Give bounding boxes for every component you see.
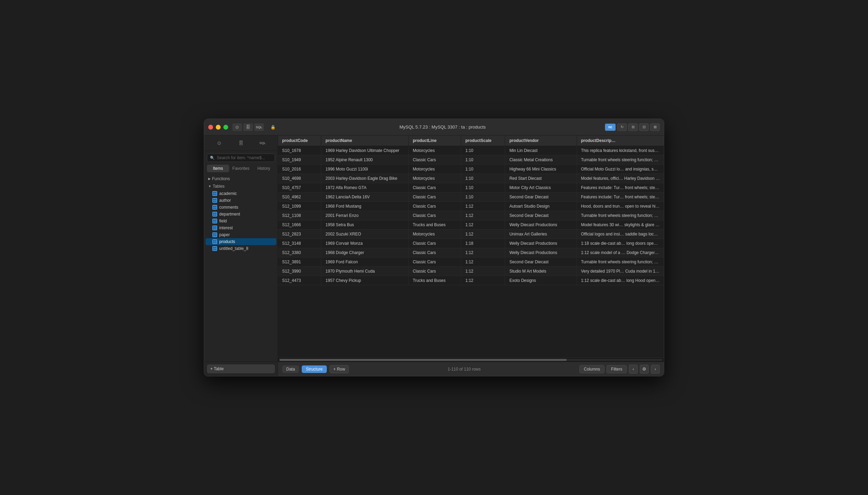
sidebar-item-comments[interactable]: comments bbox=[205, 204, 276, 211]
sidebar-item-label: department bbox=[219, 212, 240, 217]
table-icon bbox=[212, 212, 217, 217]
maximize-button[interactable] bbox=[223, 125, 228, 130]
sidebar-item-label: untitled_table_8 bbox=[219, 246, 248, 251]
sidebar-item-paper[interactable]: paper bbox=[205, 231, 276, 238]
table-row[interactable]: S10_16781969 Harley Davidson Ultimate Ch… bbox=[278, 146, 664, 155]
functions-group[interactable]: ▶ Functions bbox=[205, 175, 276, 183]
search-input[interactable] bbox=[217, 155, 272, 160]
minimize-button[interactable] bbox=[216, 125, 221, 130]
col-header-productVendor[interactable]: productVendor bbox=[505, 135, 577, 146]
table-row[interactable]: S12_44731957 Chevy PickupTrucks and Buse… bbox=[278, 276, 664, 285]
sidebar-item-products[interactable]: products bbox=[205, 238, 276, 245]
functions-label: Functions bbox=[212, 176, 230, 181]
connection-icon[interactable]: ⊙ bbox=[232, 123, 242, 131]
scrollbar-thumb bbox=[279, 359, 567, 361]
layout2-button[interactable]: ⊟ bbox=[639, 123, 649, 131]
bottom-actions: Columns Filters ‹ ⚙ › bbox=[579, 365, 660, 374]
tables-group[interactable]: ▼ Tables bbox=[205, 183, 276, 190]
table-row[interactable]: S12_28232002 Suzuki XREOMotorcycles1:12U… bbox=[278, 230, 664, 239]
sidebar-database-icon[interactable]: 🗄 bbox=[236, 138, 246, 148]
window-title: MySQL 5.7.23 : MySQL 3307 : ta : product… bbox=[280, 124, 605, 130]
table-row[interactable]: S10_47571972 Alfa Romeo GTAClassic Cars1… bbox=[278, 183, 664, 192]
cell-productName: 1957 Chevy Pickup bbox=[321, 276, 409, 285]
sidebar-item-untitled_table_8[interactable]: untitled_table_8 bbox=[205, 245, 276, 252]
search-icon: 🔍 bbox=[210, 156, 215, 160]
tab-data[interactable]: Data bbox=[282, 365, 299, 373]
filters-button[interactable]: Filters bbox=[607, 365, 627, 373]
tab-structure[interactable]: Structure bbox=[302, 365, 327, 373]
cell-productName: 2003 Harley-Davidson Eagle Drag Bike bbox=[321, 174, 409, 183]
cell-productScale: 1:10 bbox=[461, 174, 505, 183]
sidebar-item-label: interest bbox=[219, 226, 233, 230]
settings-button[interactable]: ⚙ bbox=[640, 365, 649, 374]
horizontal-scrollbar[interactable] bbox=[278, 358, 664, 362]
col-header-productName[interactable]: productName bbox=[321, 135, 409, 146]
sidebar-item-interest[interactable]: interest bbox=[205, 224, 276, 231]
table-row[interactable]: S12_39901970 Plymouth Hemi CudaClassic C… bbox=[278, 267, 664, 276]
cell-productScale: 1:12 bbox=[461, 220, 505, 230]
cell-productCode: S12_2823 bbox=[278, 230, 321, 239]
col-header-productCode[interactable]: productCode bbox=[278, 135, 321, 146]
titlebar-right: nc ↻ ⊞ ⊟ ⊠ bbox=[605, 123, 660, 131]
cell-productLine: Classic Cars bbox=[409, 211, 461, 220]
nc-badge: nc bbox=[605, 123, 616, 131]
cell-productVendor: Autoart Studio Design bbox=[505, 202, 577, 211]
next-page-button[interactable]: › bbox=[651, 365, 660, 374]
add-row-button[interactable]: + Row bbox=[330, 365, 349, 373]
tab-items[interactable]: Items bbox=[207, 165, 229, 172]
sidebar-connection-icon[interactable]: ⊙ bbox=[214, 138, 224, 148]
add-table-button[interactable]: + Table bbox=[207, 364, 275, 373]
table-icon bbox=[212, 219, 217, 223]
tab-history[interactable]: History bbox=[253, 165, 275, 172]
refresh-button[interactable]: ↻ bbox=[617, 123, 627, 131]
table-row[interactable]: S10_46982003 Harley-Davidson Eagle Drag … bbox=[278, 174, 664, 183]
table-row[interactable]: S12_11082001 Ferrari EnzoClassic Cars1:1… bbox=[278, 211, 664, 220]
cell-productDescription: Features include: Tur… front wheels; ste… bbox=[577, 183, 664, 192]
table-list: academicauthorcommentsdepartmentfieldint… bbox=[205, 190, 276, 252]
layout3-button[interactable]: ⊠ bbox=[650, 123, 660, 131]
cell-productScale: 1:10 bbox=[461, 192, 505, 202]
table-row[interactable]: S12_10991968 Ford MustangClassic Cars1:1… bbox=[278, 202, 664, 211]
sidebar-item-author[interactable]: author bbox=[205, 197, 276, 204]
table-container[interactable]: productCodeproductNameproductLineproduct… bbox=[278, 135, 664, 358]
table-row[interactable]: S12_38911969 Ford FalconClassic Cars1:12… bbox=[278, 257, 664, 267]
search-box[interactable]: 🔍 bbox=[207, 154, 275, 162]
sidebar-section: ▶ Functions ▼ Tables academicauthorcomme… bbox=[204, 175, 278, 252]
table-row[interactable]: S12_16661958 Setra BusTrucks and Buses1:… bbox=[278, 220, 664, 230]
sidebar-sql-icon[interactable]: SQL bbox=[258, 138, 267, 148]
cell-productVendor: Unimax Art Galleries bbox=[505, 230, 577, 239]
table-row[interactable]: S12_33801968 Dodge ChargerClassic Cars1:… bbox=[278, 248, 664, 257]
sidebar-item-label: field bbox=[219, 219, 227, 223]
data-table: productCodeproductNameproductLineproduct… bbox=[278, 135, 664, 285]
tab-favorites[interactable]: Favorites bbox=[230, 165, 252, 172]
table-row[interactable]: S10_49621962 LanciaA Delta 16VClassic Ca… bbox=[278, 192, 664, 202]
table-row[interactable]: S10_20161996 Moto Guzzi 1100iMotorcycles… bbox=[278, 165, 664, 174]
columns-button[interactable]: Columns bbox=[579, 365, 604, 373]
cell-productName: 1970 Plymouth Hemi Cuda bbox=[321, 267, 409, 276]
sidebar-item-academic[interactable]: academic bbox=[205, 190, 276, 197]
table-row[interactable]: S10_19491952 Alpine Renault 1300Classic … bbox=[278, 155, 664, 165]
cell-productLine: Classic Cars bbox=[409, 267, 461, 276]
table-icon bbox=[212, 226, 217, 230]
cell-productScale: 1:12 bbox=[461, 257, 505, 267]
database-icon[interactable]: 🗄 bbox=[243, 123, 253, 131]
table-header: productCodeproductNameproductLineproduct… bbox=[278, 135, 664, 146]
sidebar-item-department[interactable]: department bbox=[205, 211, 276, 218]
cell-productCode: S10_2016 bbox=[278, 165, 321, 174]
prev-page-button[interactable]: ‹ bbox=[629, 365, 638, 374]
sidebar-item-field[interactable]: field bbox=[205, 218, 276, 224]
cell-productVendor: Exoto Designs bbox=[505, 276, 577, 285]
sql-icon[interactable]: SQL bbox=[254, 123, 264, 131]
col-header-productDescription[interactable]: productDescrip… bbox=[577, 135, 664, 146]
layout1-button[interactable]: ⊞ bbox=[628, 123, 638, 131]
table-icon bbox=[212, 191, 217, 196]
table-row[interactable]: S12_31481969 Corvair MonzaClassic Cars1:… bbox=[278, 239, 664, 248]
close-button[interactable] bbox=[208, 125, 213, 130]
col-header-productLine[interactable]: productLine bbox=[409, 135, 461, 146]
cell-productCode: S12_4473 bbox=[278, 276, 321, 285]
tables-label: Tables bbox=[213, 184, 225, 189]
cell-productVendor: Red Start Diecast bbox=[505, 174, 577, 183]
cell-productVendor: Welly Diecast Productions bbox=[505, 239, 577, 248]
sidebar-footer: + Table bbox=[204, 361, 278, 376]
col-header-productScale[interactable]: productScale bbox=[461, 135, 505, 146]
